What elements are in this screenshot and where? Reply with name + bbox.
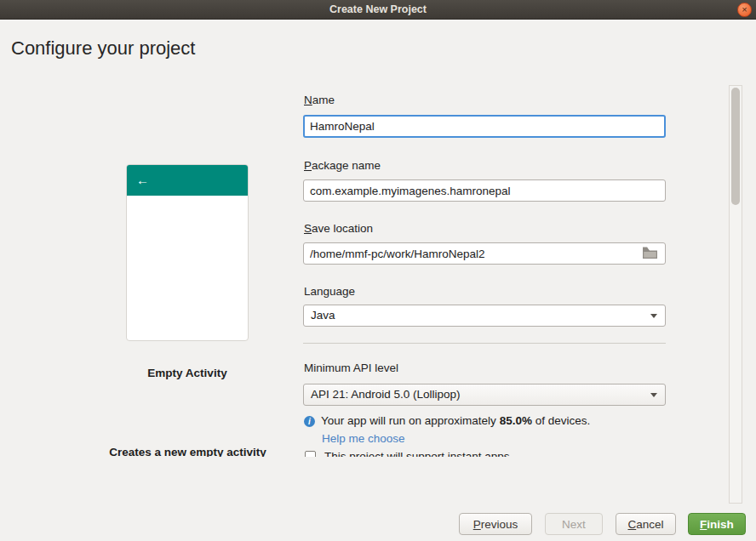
previous-button[interactable]: Previous — [459, 513, 532, 535]
folder-icon[interactable] — [643, 247, 657, 259]
api-info-percent: 85.0% — [500, 414, 532, 427]
package-label-mnemonic: P — [304, 159, 312, 172]
template-name: Empty Activity — [126, 367, 249, 379]
instant-app-label: This project will support instant apps — [324, 450, 510, 457]
name-label-rest: ame — [312, 94, 335, 106]
close-icon: × — [742, 4, 747, 14]
close-button[interactable]: × — [737, 3, 752, 17]
cancel-button[interactable]: Cancel — [616, 513, 676, 535]
previous-mnemonic: P — [473, 518, 481, 531]
location-label-rest: ave location — [312, 222, 373, 235]
minimum-api-label: Minimum API level — [304, 362, 398, 374]
location-label-mnemonic: S — [304, 222, 312, 235]
back-arrow-icon: ← — [136, 165, 149, 196]
template-preview-card: ← — [126, 164, 249, 341]
next-button[interactable]: Next — [545, 513, 603, 535]
form-divider — [303, 343, 666, 344]
chevron-down-icon — [650, 393, 657, 397]
package-label-rest: ackage name — [312, 159, 381, 172]
minimum-api-value: API 21: Android 5.0 (Lollipop) — [311, 384, 461, 405]
cancel-rest: ancel — [636, 518, 663, 531]
instant-app-checkbox[interactable] — [305, 451, 316, 457]
minimum-api-select[interactable]: API 21: Android 5.0 (Lollipop) — [303, 384, 666, 406]
titlebar[interactable]: Create New Project × — [0, 0, 756, 20]
previous-rest: revious — [481, 518, 518, 531]
page-title: Configure your project — [11, 37, 195, 60]
api-info-prefix: Your app will run on approximately — [321, 414, 500, 427]
info-icon: i — [304, 416, 315, 427]
cancel-mnemonic: C — [627, 518, 636, 531]
name-label-mnemonic: N — [304, 94, 312, 106]
help-me-choose-link[interactable]: Help me choose — [322, 432, 405, 445]
package-name-label: Package name — [304, 159, 381, 172]
chevron-down-icon — [650, 314, 657, 318]
finish-rest: inish — [707, 518, 734, 531]
window-title: Create New Project — [329, 3, 427, 15]
save-location-input[interactable] — [303, 242, 666, 265]
vertical-scrollbar[interactable] — [729, 85, 742, 504]
wizard-content: ← Empty Activity Creates a new empty act… — [0, 77, 729, 457]
language-select[interactable]: Java — [303, 305, 666, 327]
name-input[interactable] — [303, 115, 666, 138]
language-value: Java — [311, 305, 335, 326]
scrollbar-thumb[interactable] — [731, 88, 740, 205]
name-label: Name — [304, 94, 335, 106]
package-name-input[interactable] — [303, 179, 666, 202]
api-info-text: Your app will run on approximately 85.0%… — [321, 414, 590, 427]
save-location-label: Save location — [304, 222, 373, 235]
template-description: Creates a new empty activity — [88, 446, 288, 457]
language-label: Language — [304, 285, 355, 298]
finish-button[interactable]: Finish — [688, 513, 746, 535]
api-info-suffix: of devices. — [532, 414, 590, 427]
template-preview-appbar: ← — [127, 165, 248, 196]
